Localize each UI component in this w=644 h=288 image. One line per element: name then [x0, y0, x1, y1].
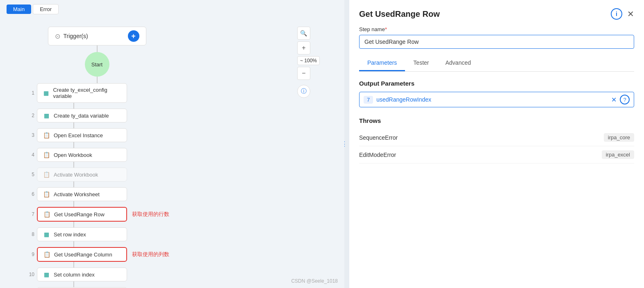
- step-icon-2: ▦: [42, 112, 50, 119]
- step-row-6: 6 📋 Activate Worksheet: [25, 187, 169, 201]
- panel-tab-tester[interactable]: Tester: [405, 55, 437, 71]
- step-num-1: 1: [25, 90, 37, 96]
- throws-title: Throws: [359, 117, 634, 124]
- step-row-8: 8 ▦ Set row index: [25, 227, 169, 241]
- start-node: Start: [85, 52, 109, 77]
- trigger-block[interactable]: ⊙ Trigger(s) +: [48, 27, 146, 45]
- tab-error[interactable]: Error: [33, 4, 59, 14]
- zoom-controls: 🔍 + ~ 100% − ⓘ: [297, 27, 320, 98]
- step-icon-5: 📋: [42, 171, 50, 178]
- output-help-button[interactable]: ?: [620, 95, 630, 104]
- panel-title: Get UsedRange Row: [359, 9, 440, 19]
- throws-name-1: EditModeError: [359, 152, 396, 158]
- step-name-input[interactable]: [359, 35, 634, 49]
- step-row-5: 5 📋 Activate Workbook: [25, 168, 169, 181]
- step-row-3: 3 📋 Open Excel Instance: [25, 128, 169, 142]
- v-con-7: [73, 222, 74, 227]
- step-num-7: 7: [25, 211, 37, 217]
- step-block-2[interactable]: ▦ Create ty_data variable: [37, 109, 127, 122]
- throws-row-0: SequenceError irpa_core: [359, 129, 634, 146]
- step-icon-1: ▦: [42, 90, 50, 96]
- v-con-5: [73, 181, 74, 187]
- zoom-info-btn[interactable]: ⓘ: [297, 85, 310, 98]
- panel-header: Get UsedRange Row i ✕: [359, 8, 634, 20]
- panel-splitter[interactable]: ⋮⋮: [344, 0, 349, 288]
- step-icon-7: 📋: [43, 211, 51, 218]
- v-con-9: [73, 262, 74, 268]
- v-con-6: [73, 201, 74, 207]
- step-label-10: Set column index: [54, 272, 95, 278]
- trigger-icon: ⊙: [55, 32, 60, 40]
- step-label-8: Set row index: [54, 231, 86, 238]
- zoom-out-btn[interactable]: −: [297, 67, 310, 80]
- v-con-8: [73, 241, 74, 247]
- step-label-3: Open Excel Instance: [54, 132, 103, 138]
- step-row-4: 4 📋 Open Workbook: [25, 148, 169, 162]
- step-row-2: 2 ▦ Create ty_data variable: [25, 109, 169, 122]
- step-block-10[interactable]: ▦ Set column index: [37, 268, 127, 281]
- flow-steps: ⊙ Trigger(s) + Start 1 ▦ Create ty_excel…: [25, 27, 169, 288]
- step-icon-4: 📋: [42, 152, 50, 158]
- annotation-9: 获取使用的列数: [132, 251, 169, 258]
- panel-tab-advanced[interactable]: Advanced: [437, 55, 479, 71]
- throws-name-0: SequenceError: [359, 134, 398, 141]
- step-block-3[interactable]: 📋 Open Excel Instance: [37, 128, 127, 142]
- watermark: CSDN @Seele_1018: [291, 278, 338, 284]
- v-con-3: [73, 142, 74, 148]
- step-block-9[interactable]: 📋 Get UsedRange Column: [37, 247, 127, 262]
- tab-bar: Main Error: [0, 0, 344, 18]
- step-icon-6: 📋: [42, 191, 50, 197]
- output-row: 7 usedRangeRowIndex ✕ ?: [359, 92, 634, 107]
- step-num-10: 10: [25, 272, 37, 277]
- step-num-5: 5: [25, 172, 37, 177]
- right-panel: Get UsedRange Row i ✕ Step name* Paramet…: [349, 0, 644, 288]
- step-icon-8: ▦: [42, 231, 50, 238]
- output-clear-button[interactable]: ✕: [611, 96, 617, 104]
- step-row-1: 1 ▦ Create ty_excel_config variable: [25, 83, 169, 103]
- step-label-6: Activate Worksheet: [54, 191, 100, 197]
- zoom-in-btn[interactable]: +: [297, 41, 310, 54]
- throws-badge-1: irpa_excel: [602, 150, 634, 159]
- throws-badge-0: irpa_core: [604, 133, 634, 142]
- step-icon-9: 📋: [43, 251, 51, 258]
- panel-tab-parameters[interactable]: Parameters: [359, 55, 405, 71]
- step-block-1[interactable]: ▦ Create ty_excel_config variable: [37, 83, 127, 103]
- step-block-8[interactable]: ▦ Set row index: [37, 227, 127, 241]
- v-con-1: [73, 103, 74, 109]
- v-con-2: [73, 122, 74, 128]
- panel-actions: i ✕: [611, 8, 634, 20]
- step-name-label: Step name*: [359, 26, 634, 32]
- step-num-6: 6: [25, 191, 37, 197]
- annotation-7: 获取使用的行数: [132, 211, 169, 218]
- output-badge: 7: [364, 96, 373, 104]
- step-label-2: Create ty_data variable: [54, 113, 109, 119]
- v-con-4: [73, 162, 74, 168]
- tab-main[interactable]: Main: [7, 5, 31, 14]
- add-trigger-button[interactable]: +: [128, 30, 139, 42]
- left-panel: Main Error 🔍 + ~ 100% − ⓘ ⊙ Trigger(s) +…: [0, 0, 344, 288]
- throws-row-1: EditModeError irpa_excel: [359, 146, 634, 163]
- step-num-9: 9: [25, 252, 37, 257]
- step-num-2: 2: [25, 113, 37, 118]
- step-block-5[interactable]: 📋 Activate Workbook: [37, 168, 127, 181]
- panel-close-button[interactable]: ✕: [627, 9, 634, 19]
- flow-canvas: 🔍 + ~ 100% − ⓘ ⊙ Trigger(s) + Start 1: [0, 18, 344, 288]
- step-label-7: Get UsedRange Row: [54, 211, 105, 218]
- step-block-7[interactable]: 📋 Get UsedRange Row: [37, 207, 127, 222]
- step-block-4[interactable]: 📋 Open Workbook: [37, 148, 127, 162]
- step-label-4: Open Workbook: [54, 152, 92, 158]
- panel-info-button[interactable]: i: [611, 8, 622, 20]
- step-name-section: Step name*: [359, 26, 634, 55]
- zoom-level: ~ 100%: [297, 56, 320, 65]
- step-icon-3: 📋: [42, 132, 50, 138]
- connector-start: [97, 77, 98, 83]
- throws-section: Throws SequenceError irpa_core EditModeE…: [359, 117, 634, 163]
- zoom-search-btn[interactable]: 🔍: [297, 27, 310, 40]
- trigger-label: Trigger(s): [64, 33, 125, 39]
- step-row-9: 9 📋 Get UsedRange Column 获取使用的列数: [25, 247, 169, 262]
- step-row-7: 7 📋 Get UsedRange Row 获取使用的行数: [25, 207, 169, 222]
- step-icon-10: ▦: [42, 271, 50, 278]
- step-block-6[interactable]: 📋 Activate Worksheet: [37, 187, 127, 201]
- step-label-1: Create ty_excel_config variable: [53, 87, 122, 99]
- connector-0: [97, 45, 98, 52]
